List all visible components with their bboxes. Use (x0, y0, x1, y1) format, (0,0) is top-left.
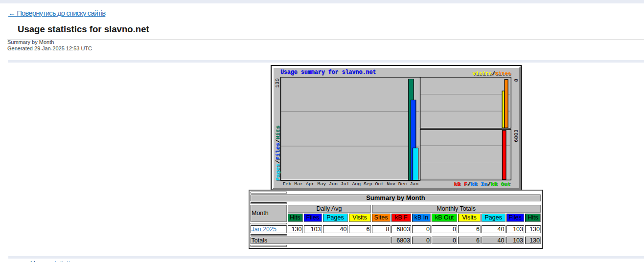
svg-text:kB F: kB F (454, 181, 468, 187)
svg-text:Pages/Files/Hits: Pages/Files/Hits (275, 125, 281, 180)
svg-text:Apr: Apr (306, 181, 315, 186)
svg-text:Oct: Oct (375, 181, 384, 186)
svg-text:130: 130 (275, 78, 280, 87)
svg-text:8: 8 (513, 79, 519, 82)
svg-text:Aug: Aug (352, 181, 361, 186)
svg-text:May: May (318, 181, 326, 186)
svg-text:Sites: Sites (495, 71, 511, 77)
svg-text:Visits: Visits (473, 71, 492, 77)
svg-text:Mar: Mar (294, 181, 303, 186)
svg-text:Sep: Sep (364, 181, 372, 186)
svg-text:Feb: Feb (283, 181, 292, 186)
svg-text:kB In: kB In (471, 181, 487, 187)
svg-text:Jan: Jan (410, 181, 418, 186)
svg-text:Jun: Jun (329, 181, 338, 186)
svg-text:Nov: Nov (387, 181, 395, 186)
svg-text:Dec: Dec (398, 181, 407, 186)
svg-text:6803: 6803 (513, 130, 519, 142)
svg-text:Jul: Jul (341, 181, 349, 186)
svg-text:kB Out: kB Out (491, 181, 511, 187)
svg-text:Usage summary for slavno.net: Usage summary for slavno.net (280, 68, 376, 76)
